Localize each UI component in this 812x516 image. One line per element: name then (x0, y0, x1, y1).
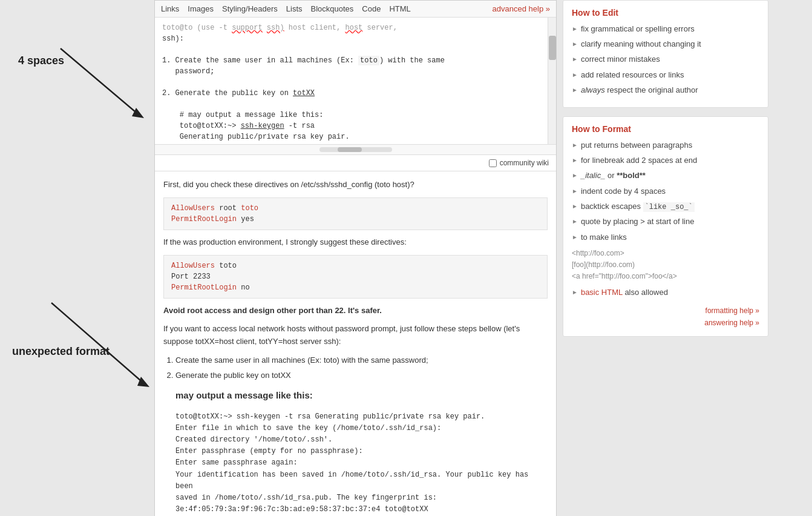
svg-marker-3 (137, 377, 149, 387)
arrow-icon-f7: ► (572, 233, 578, 242)
preview-para2: If the was production environment, I str… (163, 236, 548, 249)
vertical-scrollbar[interactable] (548, 18, 556, 144)
code-block-2: AllowUsers toto Port 2233 PermitRootLogi… (163, 255, 548, 299)
preview-list: Create the same user in all machines (Ex… (175, 354, 548, 382)
horizontal-scroll-thumb[interactable] (338, 147, 362, 152)
how-to-edit-box: How to Edit ► fix grammatical or spellin… (563, 0, 768, 108)
arrow-icon-f6: ► (572, 217, 578, 226)
edit-item-1-text: fix grammatical or spelling errors (581, 24, 695, 35)
toolbar-styling-headers[interactable]: Styling/Headers (222, 4, 278, 13)
format-item-2: ► for linebreak add 2 spaces at end (572, 155, 759, 166)
edit-item-5-text: always respect the original author (581, 85, 698, 96)
formatting-help-link[interactable]: formatting help » (572, 305, 759, 317)
left-annotations: 4 spaces unexpected format (0, 0, 154, 516)
preview-mono-block: toto@totXX:~> ssh-keygen -t rsa Generati… (163, 406, 548, 516)
format-item-4-text: indent code by 4 spaces (581, 186, 666, 197)
code-block-1: AllowUsers root toto PermitRootLogin yes (163, 197, 548, 230)
editor-line-4: 2. Generate the public key on totXX (162, 88, 549, 99)
arrow-icon-3: ► (572, 55, 578, 64)
edit-item-2: ► clarify meaning without changing it (572, 39, 759, 50)
preview-mono-6: Your identification has been saved in /h… (175, 469, 535, 492)
format-item-1-text: put returns between paragraphs (581, 140, 692, 151)
preview-bold-line: Avoid root access and design other port … (163, 305, 548, 317)
format-item-3: ► _italic_ or **bold** (572, 170, 759, 181)
editor-content: toto@to (use -t support ssh) host client… (155, 18, 556, 145)
code-block-2-line3: PermitRootLogin no (171, 282, 540, 293)
format-item-5-text: backtick escapes `like _so_` (581, 201, 695, 213)
how-to-format-box: How to Format ► put returns between para… (563, 116, 768, 337)
toolbar-images[interactable]: Images (188, 4, 214, 13)
preview-mono-3: Created directory '/home/toto/.ssh'. (175, 434, 535, 446)
toolbar-links[interactable]: Links (161, 4, 179, 13)
editor-line-2: 1. Create the same user in all machines … (162, 55, 549, 66)
editor-line-overflow: toto@to (use -t support ssh) host client… (162, 22, 549, 33)
format-item-7: ► to make links (572, 232, 759, 243)
horizontal-scrollbar[interactable] (319, 147, 392, 152)
horizontal-scroll-area (155, 145, 556, 155)
arrow-bottom-icon (39, 297, 160, 394)
format-item-7-text: to make links (581, 232, 627, 243)
basic-html-item: ► basic HTML also allowed (572, 287, 759, 298)
edit-item-1: ► fix grammatical or spelling errors (572, 24, 759, 35)
toolbar-lists[interactable]: Lists (286, 4, 303, 13)
arrow-icon-2: ► (572, 40, 578, 48)
code-block-2-line2: Port 2233 (171, 271, 540, 282)
arrow-icon-5: ► (572, 86, 578, 94)
community-wiki-checkbox[interactable] (489, 159, 497, 167)
arrow-icon-f5: ► (572, 202, 578, 211)
preview-list-item-2: Generate the public key on totXX (175, 369, 548, 382)
format-item-5: ► backtick escapes `like _so_` (572, 201, 759, 213)
toolbar-advanced-help[interactable]: advanced help » (493, 4, 550, 13)
format-item-3-text: _italic_ or **bold** (581, 170, 646, 181)
link-example-3: <a href="http://foo.com">foo</a> (572, 271, 759, 282)
link-example-1: <http://foo.com> (572, 248, 759, 259)
preview-heading: may output a message like this: (163, 388, 548, 403)
toolbar-code[interactable]: Code (362, 4, 381, 13)
format-item-1: ► put returns between paragraphs (572, 140, 759, 151)
code-block-1-line2: PermitRootLogin yes (171, 214, 540, 225)
how-to-format-title: How to Format (572, 124, 759, 134)
preview-list-item-1: Create the same user in all machines (Ex… (175, 354, 548, 367)
preview-mono-1: toto@totXX:~> ssh-keygen -t rsa Generati… (175, 411, 535, 423)
arrow-top-icon (48, 42, 157, 127)
edit-item-4-text: add related resources or links (581, 70, 684, 81)
preview-mono-2: Enter file in which to save the key (/ho… (175, 423, 535, 434)
preview-para3: If you want to access local network host… (163, 323, 548, 348)
scroll-thumb[interactable] (549, 36, 556, 60)
format-footer: formatting help » answering help » (572, 305, 759, 329)
preview-intro: First, did you check these directives on… (163, 179, 548, 191)
editor-line-1: ssh): (162, 33, 549, 44)
edit-item-2-text: clarify meaning without changing it (581, 39, 701, 50)
format-item-2-text: for linebreak add 2 spaces at end (581, 155, 697, 166)
community-wiki-area: community wiki (155, 155, 556, 171)
editor-toolbar: Links Images Styling/Headers Lists Block… (155, 1, 556, 18)
link-example-2: [foo](http://foo.com) (572, 259, 759, 271)
editor-text-area[interactable]: toto@to (use -t support ssh) host client… (155, 18, 556, 145)
toolbar-blockquotes[interactable]: Blockquotes (311, 4, 354, 13)
toolbar-html[interactable]: HTML (389, 4, 410, 13)
preview-area: First, did you check these directives on… (155, 171, 556, 516)
answering-help-link[interactable]: answering help » (572, 317, 759, 329)
svg-marker-1 (132, 108, 144, 118)
arrow-icon-f2: ► (572, 156, 578, 165)
edit-item-3: ► correct minor mistakes (572, 54, 759, 65)
right-sidebar: How to Edit ► fix grammatical or spellin… (557, 0, 774, 516)
arrow-icon-4: ► (572, 71, 578, 79)
links-section: <http://foo.com> [foo](http://foo.com) <… (572, 248, 759, 283)
editor-line-3: password; (162, 66, 549, 77)
community-wiki-label[interactable]: community wiki (500, 159, 549, 167)
edit-item-4: ► add related resources or links (572, 70, 759, 81)
preview-mono-4: Enter passphrase (empty for no passphras… (175, 446, 535, 457)
arrow-icon-f1: ► (572, 141, 578, 150)
format-item-6-text: quote by placing > at start of line (581, 216, 695, 227)
how-to-edit-title: How to Edit (572, 8, 759, 18)
arrow-icon-bh: ► (572, 288, 578, 297)
editor-line-5: # may output a message like this: (162, 110, 549, 121)
editor-line-6: toto@totXX:~> ssh-keygen -t rsa (162, 121, 549, 131)
preview-mono-8: 3e:4f:05:79:3a:9f:96:7c:3b:ad:e9:58:37:b… (175, 504, 535, 515)
svg-line-0 (61, 48, 139, 115)
edit-item-3-text: correct minor mistakes (581, 54, 660, 65)
format-item-6: ► quote by placing > at start of line (572, 216, 759, 227)
format-item-4: ► indent code by 4 spaces (572, 186, 759, 197)
main-content: Links Images Styling/Headers Lists Block… (154, 0, 557, 516)
